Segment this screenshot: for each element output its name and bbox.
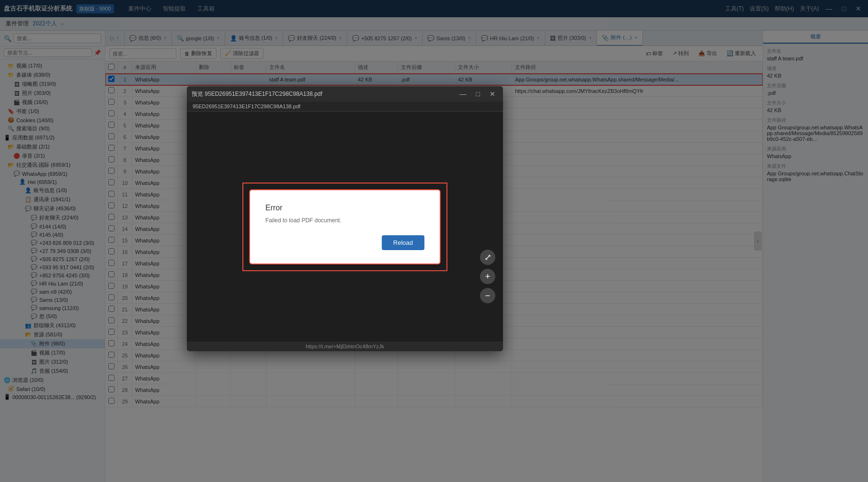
reload-button[interactable]: Reload bbox=[382, 235, 424, 250]
preview-titlebar: 预览 95ED26951E397413E1F17C298C98A138.pdf … bbox=[187, 86, 503, 102]
preview-title: 预览 95ED26951E397413E1F17C298C98A138.pdf bbox=[192, 90, 453, 98]
zoom-fit-button[interactable]: ⤢ bbox=[480, 250, 495, 265]
preview-window: 预览 95ED26951E397413E1F17C298C98A138.pdf … bbox=[187, 86, 503, 351]
error-card: Error Failed to load PDF document. Reloa… bbox=[249, 189, 441, 264]
error-message: Failed to load PDF document. bbox=[265, 217, 424, 224]
zoom-controls: ⤢ + − bbox=[480, 250, 495, 303]
preview-footer: https://t.me/+MjEbhtnOc48mYzJk bbox=[187, 342, 503, 351]
preview-body: Error Failed to load PDF document. Reloa… bbox=[187, 112, 503, 342]
preview-filename: 95ED26951E397413E1F17C298C98A138.pdf bbox=[193, 103, 300, 109]
preview-footer-url: https://t.me/+MjEbhtnOc48mYzJk bbox=[306, 344, 384, 349]
error-title: Error bbox=[265, 204, 424, 212]
zoom-in-button[interactable]: + bbox=[480, 269, 495, 284]
preview-minimize-button[interactable]: — bbox=[457, 89, 469, 99]
error-border: Error Failed to load PDF document. Reloa… bbox=[242, 183, 447, 271]
preview-overlay: 预览 95ED26951E397413E1F17C298C98A138.pdf … bbox=[0, 0, 868, 482]
preview-maximize-button[interactable]: □ bbox=[473, 89, 483, 99]
preview-close-button[interactable]: ✕ bbox=[487, 89, 498, 99]
preview-filename-bar: 95ED26951E397413E1F17C298C98A138.pdf bbox=[187, 102, 503, 112]
zoom-out-button[interactable]: − bbox=[480, 288, 495, 303]
